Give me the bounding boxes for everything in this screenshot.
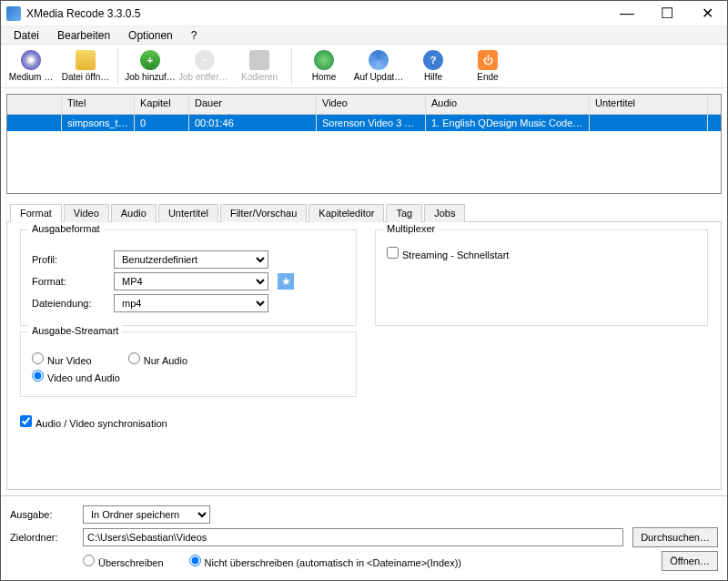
radio-nooverwrite[interactable]: [189, 555, 201, 566]
select-profile[interactable]: Benutzerdefiniert: [114, 250, 268, 269]
radio-only-audio[interactable]: [128, 352, 140, 364]
table-row[interactable]: simpsons_t… 0 00:01:46 Sorenson Video 3 …: [7, 115, 721, 131]
tool-exit[interactable]: ⏻Ende: [461, 46, 514, 87]
fieldset-outputformat: Ausgabeformat Profil: Benutzerdefiniert …: [20, 229, 357, 326]
grid-header: Titel Kapitel Dauer Video Audio Untertit…: [7, 95, 721, 115]
tool-addjob[interactable]: +Job hinzuf…: [124, 46, 177, 87]
radio-video-and-audio[interactable]: [32, 370, 44, 382]
label-format: Format:: [32, 276, 105, 287]
radio-only-audio-label[interactable]: Nur Audio: [128, 352, 187, 366]
tab-chapter[interactable]: Kapiteleditor: [308, 204, 384, 222]
tab-jobs[interactable]: Jobs: [424, 204, 465, 222]
col-subtitle[interactable]: Untertitel: [590, 95, 708, 114]
legend-multiplexer: Multiplexer: [383, 223, 439, 234]
minus-icon: −: [195, 50, 215, 70]
folder-icon: [76, 50, 96, 70]
titlebar: XMedia Recode 3.3.0.5 — ☐ ✕: [1, 1, 727, 26]
radio-only-video-label[interactable]: Nur Video: [32, 352, 92, 366]
tool-update[interactable]: Auf Updat…: [352, 46, 405, 87]
power-icon: ⏻: [478, 50, 498, 70]
tab-tag[interactable]: Tag: [386, 204, 422, 222]
star-icon[interactable]: ★: [278, 273, 294, 290]
window-title: XMedia Recode 3.3.0.5: [26, 7, 607, 20]
close-button[interactable]: ✕: [687, 1, 727, 26]
toolbar: Medium … Datei öffn… +Job hinzuf… −Job e…: [1, 45, 727, 88]
fieldset-multiplexer: Multiplexer Streaming - Schnellstart: [375, 229, 708, 326]
camera-icon: [249, 50, 269, 70]
col-video[interactable]: Video: [317, 95, 426, 114]
separator: [291, 48, 292, 85]
maximize-button[interactable]: ☐: [647, 1, 687, 26]
tabs: Format Video Audio Untertitel Filter/Vor…: [6, 203, 722, 222]
tabbody-format: Ausgabeformat Profil: Benutzerdefiniert …: [6, 222, 722, 490]
globe-icon: [314, 50, 334, 70]
legend-streamtype: Ausgabe-Streamart: [28, 325, 122, 336]
file-grid[interactable]: Titel Kapitel Dauer Video Audio Untertit…: [6, 94, 722, 194]
radio-nooverwrite-label[interactable]: Nicht überschreiben (automatisch in <Dat…: [189, 555, 461, 568]
tool-help[interactable]: ?Hilfe: [407, 46, 460, 87]
disc-icon: [21, 50, 41, 70]
label-ext: Dateiendung:: [32, 298, 105, 309]
plus-icon: +: [140, 50, 160, 70]
tool-removejob: −Job entfern…: [178, 46, 231, 87]
menu-edit[interactable]: Bearbeiten: [48, 29, 119, 42]
tool-home[interactable]: Home: [298, 46, 350, 87]
app-icon: [6, 6, 21, 21]
tool-medium[interactable]: Medium …: [5, 46, 57, 87]
tab-video[interactable]: Video: [64, 204, 109, 222]
tab-format[interactable]: Format: [10, 204, 62, 222]
checkbox-streaming-label[interactable]: Streaming - Schnellstart: [387, 250, 509, 260]
menu-help[interactable]: ?: [182, 29, 207, 42]
menu-file[interactable]: Datei: [5, 29, 48, 42]
refresh-icon: [369, 50, 389, 70]
label-target: Zielordner:: [10, 532, 74, 543]
button-browse[interactable]: Durchsuchen…: [632, 527, 718, 547]
radio-only-video[interactable]: [32, 352, 44, 364]
legend-outputformat: Ausgabeformat: [28, 223, 104, 234]
radio-video-and-audio-label[interactable]: Video und Audio: [32, 370, 120, 383]
select-ext[interactable]: mp4: [114, 294, 268, 312]
col-chapter[interactable]: Kapitel: [135, 95, 189, 114]
col-blank[interactable]: [7, 95, 62, 114]
button-open[interactable]: Öffnen…: [662, 551, 718, 571]
input-target[interactable]: [83, 528, 623, 546]
tab-audio[interactable]: Audio: [111, 204, 157, 222]
menubar: Datei Bearbeiten Optionen ?: [1, 26, 727, 45]
menu-options[interactable]: Optionen: [119, 29, 182, 42]
checkbox-streaming[interactable]: [387, 247, 399, 259]
fieldset-streamtype: Ausgabe-Streamart Nur Video Nur Audio Vi…: [20, 331, 357, 397]
label-output: Ausgabe:: [10, 509, 74, 520]
help-icon: ?: [423, 50, 443, 70]
select-format[interactable]: MP4: [114, 272, 268, 290]
checkbox-avsync-label[interactable]: Audio / Video synchronisation: [20, 418, 167, 429]
tab-subtitle[interactable]: Untertitel: [158, 204, 218, 222]
separator: [117, 48, 118, 85]
label-profile: Profil:: [32, 254, 105, 265]
checkbox-avsync[interactable]: [20, 415, 32, 427]
col-audio[interactable]: Audio: [426, 95, 590, 114]
bottom-panel: Ausgabe: In Ordner speichern Zielordner:…: [1, 495, 727, 580]
select-output[interactable]: In Ordner speichern: [83, 505, 210, 524]
col-title[interactable]: Titel: [62, 95, 135, 114]
col-duration[interactable]: Dauer: [189, 95, 317, 114]
radio-overwrite-label[interactable]: Überschreiben: [83, 555, 164, 568]
tool-encode: Kodieren: [233, 46, 286, 87]
radio-overwrite[interactable]: [83, 555, 95, 566]
tab-filter[interactable]: Filter/Vorschau: [220, 204, 307, 222]
minimize-button[interactable]: —: [607, 1, 647, 26]
tool-openfile[interactable]: Datei öffn…: [59, 46, 112, 87]
